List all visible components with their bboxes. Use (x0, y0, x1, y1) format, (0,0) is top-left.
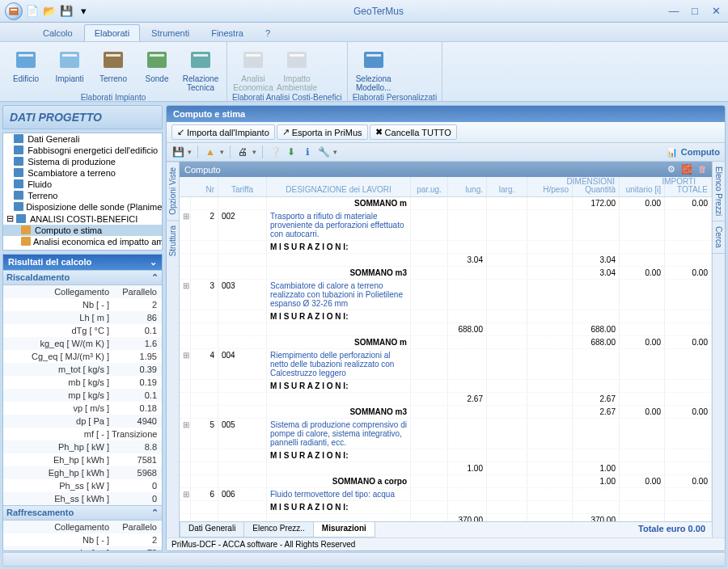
minimize-button[interactable]: — (667, 5, 681, 17)
sheet-tree-icon[interactable]: 🧱 (681, 164, 692, 174)
results-grid[interactable]: Riscaldamento⌃CollegamentoParalleloNb [ … (3, 270, 162, 550)
grid-row[interactable]: SOMMANO a corpo1.000.000.00 (180, 475, 712, 488)
side-tab[interactable]: Struttura (167, 220, 179, 261)
window-controls: — □ ✕ (667, 5, 723, 17)
grid-row[interactable]: 1.001.00 (180, 462, 712, 475)
results-row: mb [ kg/s ]0.19 (3, 376, 162, 389)
grid-row[interactable]: SOMMANO m32.670.000.00 (180, 406, 712, 419)
section-collapse-icon[interactable]: ⌃ (151, 272, 159, 283)
ribbon-button: Analisi Economica (232, 44, 274, 93)
grid-row[interactable]: M I S U R A Z I O N I: (180, 501, 712, 514)
save-icon[interactable]: 💾 (171, 145, 184, 158)
sheet-gear-icon[interactable]: ⚙ (667, 164, 675, 174)
ribbon-tab[interactable]: Calcolo (32, 24, 83, 41)
side-tab[interactable]: Opzioni Viste (167, 162, 179, 220)
bottom-tab[interactable]: Misurazioni (313, 522, 375, 537)
tree-node[interactable]: Fluido (3, 179, 162, 190)
warning-icon[interactable]: ▲ (204, 145, 217, 158)
grid-row[interactable]: M I S U R A Z I O N I: (180, 310, 712, 323)
grid-row[interactable]: ⊞2002Trasporto a rifiuto di materiale pr… (180, 210, 712, 241)
tree-node[interactable]: Dati Generali (3, 133, 162, 145)
ribbon-button[interactable]: Relazione Tecnica (180, 44, 222, 93)
grid-row[interactable]: ⊞3003Scambiatore di calore a terreno rea… (180, 280, 712, 310)
sheet-header: Computo ⚙ 🧱 🗑 (180, 162, 712, 177)
results-collapse-icon[interactable]: ⌄ (150, 257, 157, 268)
svg-rect-21 (14, 168, 23, 177)
grid-row[interactable]: M I S U R A Z I O N I: (180, 449, 712, 462)
grid-row[interactable]: M I S U R A Z I O N I: (180, 380, 712, 393)
grid-row[interactable]: 688.00688.00 (180, 323, 712, 336)
toolbar-button[interactable]: ↙Importa dall'Impianto (171, 124, 275, 140)
grid-row[interactable]: ⊞6006Fluido termovettore del tipo: acqua (180, 488, 712, 501)
app-orb[interactable] (5, 2, 23, 20)
grid-row[interactable]: ⊞5005Sistema di produzione comprensivo d… (180, 419, 712, 449)
grid-row[interactable]: ⊞4004Riempimento delle perforazioni al n… (180, 349, 712, 380)
toolbar-button[interactable]: ↗Esporta in PriMus (277, 124, 368, 140)
tree-node[interactable]: Sistema di produzione (3, 156, 162, 167)
sheet-delete-icon[interactable]: 🗑 (698, 164, 707, 174)
tree-node[interactable]: Fabbisogni energetici dell'edificio (3, 145, 162, 156)
tree-node[interactable]: Scambiatore a terreno (3, 167, 162, 179)
side-tab[interactable]: Elenco Prezzi (713, 162, 725, 221)
grid-row[interactable]: SOMMANO m33.040.000.00 (180, 267, 712, 280)
results-row: m_tot [ kg/s ]0.39 (3, 363, 162, 376)
tool-icon[interactable]: 🔧 (317, 145, 330, 158)
ribbon-button[interactable]: Seleziona Modello... (353, 44, 395, 93)
qat-save-icon[interactable]: 💾 (59, 4, 74, 19)
check-icon[interactable]: ⬇ (285, 145, 298, 158)
tree-node[interactable]: Terreno (3, 190, 162, 201)
ribbon-tab[interactable]: Strumenti (141, 24, 200, 41)
panel-title: Computo e stima (167, 106, 725, 122)
tree-node[interactable]: Disposizione delle sonde (Planimetria) (3, 201, 162, 213)
sheet-right-tabs: Elenco PrezziCerca (712, 162, 725, 537)
ribbon-button[interactable]: Impianti (49, 44, 91, 93)
project-tree[interactable]: Dati Generali Fabbisogni energetici dell… (2, 133, 163, 251)
section-collapse-icon[interactable]: ⌃ (151, 508, 159, 518)
qat-open-icon[interactable]: 📂 (42, 4, 57, 19)
main-area: DATI PROGETTO Dati Generali Fabbisogni e… (2, 105, 726, 551)
results-row: Nb [ - ]2 (3, 298, 162, 311)
grid-header: Nr Tariffa DESIGNAZIONE dei LAVORI par.u… (180, 177, 712, 197)
tree-node[interactable]: Analisi economica ed impatto ambientale (3, 236, 162, 247)
close-button[interactable]: ✕ (709, 5, 723, 17)
qat-dropdown-icon[interactable]: ▾ (76, 4, 91, 19)
results-box: Risultati del calcolo ⌄ Riscaldamento⌃Co… (2, 254, 163, 551)
grid-row[interactable]: SOMMANO m172.000.000.00 (180, 197, 712, 210)
ribbon-button[interactable]: Terreno (92, 44, 134, 93)
svg-rect-26 (21, 225, 31, 234)
svg-rect-23 (14, 191, 23, 200)
tree-node[interactable]: ⊟ ANALISI COSTI-BENEFICI (3, 213, 162, 225)
ribbon-tab[interactable]: ? (255, 24, 281, 41)
bottom-tab[interactable]: Elenco Prezz.. (243, 522, 313, 537)
results-row: Ph_hp [ kW ]8.8 (3, 440, 162, 453)
print-icon[interactable]: 🖨 (236, 145, 249, 158)
side-tab[interactable]: Cerca (713, 221, 725, 254)
sheet-left-tabs: Opzioni VisteStruttura (167, 162, 180, 537)
tree-node[interactable]: Computo e stima (3, 225, 162, 236)
left-panel-heading: DATI PROGETTO (2, 105, 163, 129)
ribbon-tab[interactable]: Finestra (201, 24, 254, 41)
computo-tag: 📊 Computo (667, 147, 720, 158)
results-row: Eh_ss [ kWh ]0 (3, 492, 162, 505)
info-icon[interactable]: ℹ (301, 145, 314, 158)
grid-row[interactable]: 2.672.67 (180, 393, 712, 406)
help-icon[interactable]: ❔ (269, 145, 281, 158)
ribbon-button[interactable]: Edificio (5, 44, 47, 93)
results-section-header[interactable]: Raffrescamento⌃ (3, 505, 162, 521)
bottom-tab[interactable]: Dati Generali (180, 522, 244, 537)
ribbon-button[interactable]: Sonde (136, 44, 178, 93)
grid-row[interactable]: SOMMANO m688.000.000.00 (180, 336, 712, 349)
results-section-header[interactable]: Riscaldamento⌃ (3, 270, 162, 285)
ribbon-tab[interactable]: Elaborati (84, 24, 140, 41)
grid-row[interactable]: 3.043.04 (180, 254, 712, 267)
grid-body[interactable]: SOMMANO m172.000.000.00⊞2002Trasporto a … (180, 197, 712, 521)
grid-row[interactable]: 370.00370.00 (180, 514, 712, 521)
maximize-button[interactable]: □ (688, 5, 702, 17)
quick-access-toolbar: 📄 📂 💾 ▾ (5, 2, 91, 20)
grid-row[interactable]: M I S U R A Z I O N I: (180, 241, 712, 254)
qat-new-icon[interactable]: 📄 (25, 4, 40, 19)
svg-rect-3 (19, 54, 33, 57)
right-panel: Computo e stima ↙Importa dall'Impianto↗E… (166, 105, 726, 551)
toolbar-button[interactable]: ✖Cancella TUTTO (370, 124, 457, 140)
bottom-tabs: Dati GeneraliElenco Prezz..MisurazioniTo… (180, 521, 712, 537)
